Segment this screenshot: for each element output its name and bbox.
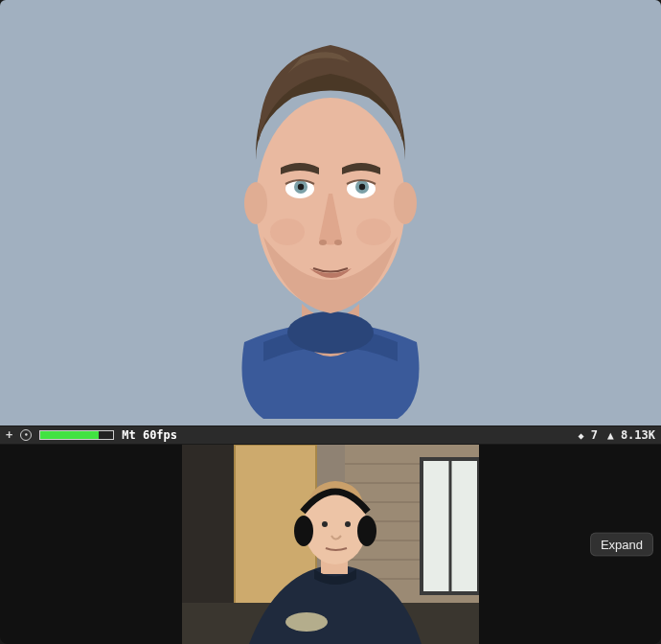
webcam-feed[interactable] (182, 445, 479, 644)
fps-label: Mt 60fps (122, 428, 177, 442)
triangle-icon: ▲ (607, 429, 614, 442)
svg-point-33 (294, 516, 313, 546)
svg-point-30 (285, 612, 328, 632)
webcam-panel: Expand (0, 445, 661, 644)
render-viewport[interactable] (0, 0, 661, 426)
tris-stat: ▲ 8.13K (607, 428, 655, 442)
webcam-image (182, 445, 479, 644)
svg-point-9 (359, 184, 365, 190)
add-icon[interactable]: + (6, 429, 12, 441)
draw-calls-stat: ◆ 7 (579, 428, 599, 442)
draw-calls-value: 7 (591, 428, 598, 442)
svg-point-35 (322, 521, 328, 527)
diamond-icon: ◆ (579, 430, 584, 441)
svg-point-10 (319, 240, 327, 245)
stats-left-group: + • Mt 60fps (6, 428, 571, 442)
svg-point-34 (357, 516, 376, 546)
memory-progress-bar (39, 430, 114, 440)
app-root: + • Mt 60fps ◆ 7 ▲ 8.13K (0, 0, 661, 644)
performance-stats-bar: + • Mt 60fps ◆ 7 ▲ 8.13K (0, 426, 661, 445)
svg-point-12 (270, 218, 305, 245)
stats-right-group: ◆ 7 ▲ 8.13K (579, 428, 655, 442)
svg-point-36 (345, 521, 351, 527)
avatar-bust (206, 16, 455, 419)
target-icon[interactable]: • (20, 429, 32, 441)
expand-button[interactable]: Expand (590, 533, 653, 557)
svg-point-2 (244, 182, 267, 224)
svg-point-11 (334, 240, 342, 245)
tris-value: 8.13K (621, 428, 655, 442)
svg-point-13 (356, 218, 391, 245)
svg-point-0 (287, 311, 374, 354)
svg-point-3 (394, 182, 417, 224)
svg-point-8 (298, 184, 304, 190)
